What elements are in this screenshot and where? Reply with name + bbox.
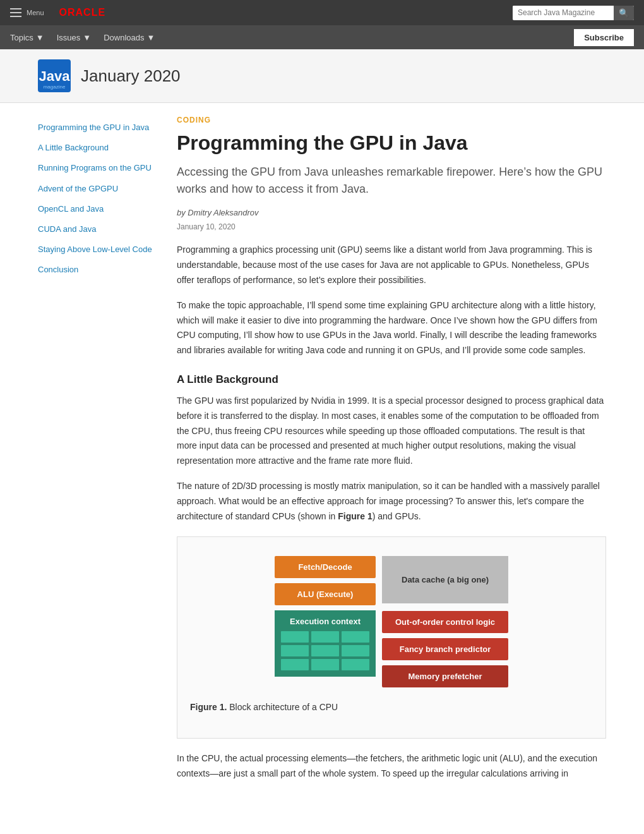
svg-text:magazine: magazine — [44, 84, 66, 90]
cpu-left-column: Fetch/Decode ALU (Execute) Execution con… — [275, 556, 376, 677]
figure-reference: Figure 1 — [338, 511, 372, 521]
fetch-decode-block: Fetch/Decode — [275, 556, 376, 578]
exec-cell-8 — [311, 659, 339, 670]
exec-cell-6 — [342, 645, 369, 656]
fancy-branch-block: Fancy branch predictor — [382, 638, 508, 660]
search-button[interactable]: 🔍 — [614, 6, 634, 20]
sidebar-link-opencl-java[interactable]: OpenCL and Java — [38, 203, 158, 215]
issues-arrow-icon: ▼ — [83, 33, 91, 42]
body-paragraph-1: Programming a graphics processing unit (… — [177, 243, 606, 287]
sidebar-link-conclusion[interactable]: Conclusion — [38, 264, 158, 275]
cpu-right-column: Data cache (a big one) Out-of-order cont… — [382, 556, 508, 687]
data-cache-block: Data cache (a big one) — [382, 556, 508, 603]
java-logo: Java magazine — [38, 59, 71, 92]
article-body: Programming a graphics processing unit (… — [177, 243, 606, 781]
downloads-label: Downloads — [104, 33, 144, 42]
execution-grid — [281, 631, 369, 670]
section1-heading: A Little Background — [177, 373, 606, 386]
article-date: January 10, 2020 — [177, 222, 606, 231]
downloads-arrow-icon: ▼ — [147, 33, 155, 42]
sidebar-link-advent-gpgpu[interactable]: Advent of the GPGPU — [38, 183, 158, 195]
figure-caption-label: Figure 1. — [190, 702, 227, 712]
topics-label: Topics — [10, 33, 33, 42]
top-bar-right: 🔍 — [513, 6, 634, 20]
execution-context-block: Execution context — [275, 610, 376, 677]
exec-cell-5 — [311, 645, 339, 656]
sidebar-link-cuda-java[interactable]: CUDA and Java — [38, 224, 158, 235]
exec-cell-7 — [281, 659, 309, 670]
section1-paragraph-2: The nature of 2D/3D processing is mostly… — [177, 479, 606, 524]
subscribe-button[interactable]: Subscribe — [574, 29, 634, 46]
sidebar-link-programming-gpu[interactable]: Programming the GPU in Java — [38, 122, 158, 133]
secondary-navigation: Topics ▼ Issues ▼ Downloads ▼ Subscribe — [0, 25, 644, 49]
cpu-diagram: Fetch/Decode ALU (Execute) Execution con… — [190, 550, 593, 694]
magazine-title: January 2020 — [81, 66, 181, 86]
article-subtitle: Accessing the GPU from Java unleashes re… — [177, 164, 606, 198]
section1-paragraph-1: The GPU was first popularized by Nvidia … — [177, 394, 606, 469]
out-of-order-block: Out-of-order control logic — [382, 611, 508, 633]
svg-text:Java: Java — [39, 68, 71, 84]
sidebar: Programming the GPU in Java A Little Bac… — [38, 116, 158, 792]
exec-cell-1 — [281, 631, 309, 643]
sidebar-link-little-background[interactable]: A Little Background — [38, 142, 158, 154]
memory-prefetcher-block: Memory prefetcher — [382, 665, 508, 687]
article-author: by Dmitry Aleksandrov — [177, 208, 606, 217]
article-category: CODING — [177, 116, 606, 124]
secondary-nav-left: Topics ▼ Issues ▼ Downloads ▼ — [10, 33, 155, 42]
figure-caption: Figure 1. Block architecture of a CPU — [190, 700, 593, 715]
top-navigation-bar: Menu ORACLE 🔍 — [0, 0, 644, 25]
menu-label: Menu — [27, 9, 44, 16]
downloads-nav-item[interactable]: Downloads ▼ — [104, 33, 155, 42]
execution-context-label: Execution context — [281, 617, 369, 626]
search-input[interactable] — [513, 6, 614, 20]
search-bar: 🔍 — [513, 6, 634, 20]
oracle-logo: ORACLE — [59, 7, 106, 18]
hamburger-menu-button[interactable] — [10, 8, 21, 17]
main-container: Programming the GPU in Java A Little Bac… — [0, 103, 644, 804]
exec-cell-2 — [311, 631, 339, 643]
topics-arrow-icon: ▼ — [36, 33, 44, 42]
exec-cell-4 — [281, 645, 309, 656]
figure-1-container: Fetch/Decode ALU (Execute) Execution con… — [177, 536, 606, 739]
exec-cell-3 — [342, 631, 369, 643]
magazine-header: Java magazine January 2020 — [0, 49, 644, 103]
article-title: Programming the GPU in Java — [177, 131, 606, 155]
topics-nav-item[interactable]: Topics ▼ — [10, 33, 44, 42]
figure-caption-text: Block architecture of a CPU — [229, 702, 338, 712]
sidebar-link-staying-above[interactable]: Staying Above Low-Level Code — [38, 244, 158, 255]
article-content: CODING Programming the GPU in Java Acces… — [177, 116, 606, 792]
body-after-figure: In the CPU, the actual processing elemen… — [177, 751, 606, 782]
body-paragraph-2: To make the topic approachable, I’ll spe… — [177, 298, 606, 358]
issues-label: Issues — [57, 33, 81, 42]
top-bar-left: Menu ORACLE — [10, 7, 105, 18]
exec-cell-9 — [342, 659, 369, 670]
issues-nav-item[interactable]: Issues ▼ — [57, 33, 91, 42]
sidebar-link-running-programs[interactable]: Running Programs on the GPU — [38, 162, 158, 174]
alu-execute-block: ALU (Execute) — [275, 583, 376, 605]
